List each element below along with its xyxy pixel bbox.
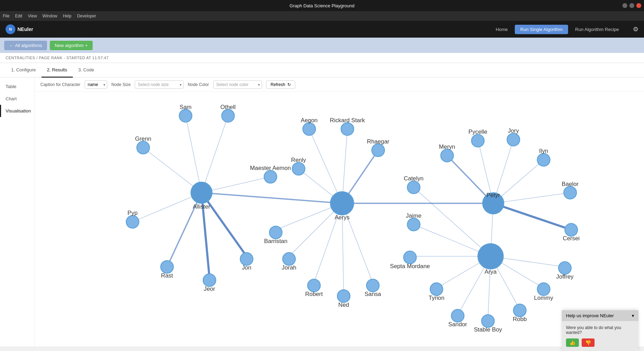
help-panel: Help us improve NEuler ▾ Were you able t… <box>562 310 638 346</box>
node-jon[interactable]: Jon <box>240 252 253 271</box>
svg-point-68 <box>482 315 495 328</box>
node-catelyn[interactable]: Catelyn <box>404 175 424 194</box>
nav-home[interactable]: Home <box>490 25 513 34</box>
sidebar-item-table[interactable]: Table <box>0 80 34 93</box>
title-bar: Graph Data Science Playground <box>0 0 644 11</box>
minimize-button[interactable] <box>622 3 627 8</box>
svg-point-8 <box>126 216 139 228</box>
svg-point-60 <box>565 224 578 236</box>
caption-label: Caption for Character <box>40 82 80 87</box>
svg-point-50 <box>441 149 453 162</box>
svg-point-52 <box>472 134 484 147</box>
tab-code[interactable]: 3. Code <box>73 63 100 78</box>
help-header[interactable]: Help us improve NEuler ▾ <box>562 310 638 321</box>
node-arya[interactable]: Arya <box>478 244 503 275</box>
node-baelor[interactable]: Baelor <box>562 181 579 199</box>
svg-point-46 <box>483 193 504 214</box>
node-color-select[interactable]: Select node color <box>213 80 262 89</box>
node-allister[interactable]: Allister <box>191 182 212 210</box>
node-robb[interactable]: Robb <box>513 304 527 322</box>
node-grenn[interactable]: Grenn <box>135 135 152 154</box>
node-pycelle[interactable]: Pycelle <box>468 128 487 147</box>
window-controls <box>622 3 641 8</box>
all-algorithms-button[interactable]: ← All algorithms <box>4 41 47 50</box>
right-panel: Caption for Character name Node Size Sel… <box>35 78 644 346</box>
breadcrumb: CENTRALITIES / PAGE RANK - STARTED AT 11… <box>0 53 644 63</box>
node-lommy[interactable]: Lommy <box>534 283 553 301</box>
menu-view[interactable]: View <box>28 14 37 18</box>
svg-point-42 <box>404 251 417 264</box>
node-sansa[interactable]: Sansa <box>365 279 381 298</box>
node-pyp[interactable]: Pyp <box>126 210 139 228</box>
sidebar-item-chart[interactable]: Chart <box>0 93 34 105</box>
node-barristan[interactable]: Barristan <box>264 226 287 244</box>
edge-arya-catelyn <box>414 187 491 256</box>
settings-icon[interactable]: ⚙ <box>633 25 638 33</box>
nav-run-single[interactable]: Run Single Algorithm <box>515 25 568 34</box>
node-ned[interactable]: Ned <box>337 290 350 308</box>
svg-point-38 <box>407 181 420 194</box>
edge-aerys-sansa <box>342 203 373 283</box>
sidebar-item-visualisation[interactable]: Visualisation <box>0 105 34 117</box>
node-rickard-stark[interactable]: Rickard Stark <box>330 117 365 135</box>
node-sandor[interactable]: Sandor <box>448 309 467 328</box>
main-content: Table Chart Visualisation Caption for Ch… <box>0 78 644 346</box>
node-joffrey[interactable]: Joffrey <box>556 262 574 280</box>
node-rhaegar[interactable]: Rhaegar <box>367 138 390 157</box>
node-size-label: Node Size <box>111 82 131 87</box>
node-ilyn[interactable]: Ilyn <box>537 148 550 166</box>
node-jaime[interactable]: Jaime <box>406 212 421 231</box>
node-sam[interactable]: Sam <box>179 104 192 122</box>
tab-results[interactable]: 2. Results <box>41 63 73 78</box>
svg-point-58 <box>564 186 577 199</box>
node-maester-aemon[interactable]: Maester Aemon <box>250 165 291 183</box>
new-algorithm-button[interactable]: New algorithm + <box>50 41 93 50</box>
edge-allister-jon <box>202 193 247 256</box>
node-meryn[interactable]: Meryn <box>439 143 455 162</box>
node-jory[interactable]: Jory <box>507 127 520 146</box>
node-renly[interactable]: Renly <box>291 157 306 175</box>
node-othell[interactable]: Othell <box>220 104 236 122</box>
node-color-label: Node Color <box>188 82 209 87</box>
node-aegon[interactable]: Aegon <box>301 117 317 135</box>
svg-point-62 <box>558 262 571 274</box>
svg-point-10 <box>161 260 173 273</box>
nav-run-recipe[interactable]: Run Algorithm Recipe <box>569 25 624 34</box>
menu-developer[interactable]: Developer <box>77 14 96 18</box>
caption-select[interactable]: name <box>85 80 107 89</box>
toolbar: Caption for Character name Node Size Sel… <box>35 78 644 92</box>
svg-point-70 <box>451 309 464 322</box>
node-robert[interactable]: Robert <box>305 279 323 298</box>
thumbs-up-button[interactable]: 👍 <box>566 338 579 346</box>
node-size-select[interactable]: Select node size <box>135 80 184 89</box>
svg-point-22 <box>292 163 305 176</box>
node-septa-mordane[interactable]: Septa Mordane <box>390 251 430 270</box>
menu-edit[interactable]: Edit <box>15 14 22 18</box>
menu-window[interactable]: Window <box>42 14 57 18</box>
tab-configure[interactable]: 1. Configure <box>6 63 41 78</box>
svg-point-48 <box>478 244 503 269</box>
close-button[interactable] <box>636 3 641 8</box>
node-tyrion[interactable]: Tyrion <box>428 283 444 301</box>
svg-point-36 <box>372 144 385 157</box>
sidebar: Table Chart Visualisation <box>0 78 35 346</box>
node-cersei[interactable]: Cersei <box>563 224 580 242</box>
node-jorah[interactable]: Jorah <box>282 252 296 271</box>
feedback-row: 👍 👎 <box>566 338 634 346</box>
node-jeor[interactable]: Jeor <box>203 274 216 292</box>
content-tabs: 1. Configure 2. Results 3. Code <box>0 63 644 78</box>
menu-help[interactable]: Help <box>63 14 72 18</box>
maximize-button[interactable] <box>629 3 634 8</box>
menu-file[interactable]: File <box>3 14 9 18</box>
chevron-down-icon: ▾ <box>632 313 634 318</box>
nav-tabs: Home Run Single Algorithm Run Algorithm … <box>490 25 624 34</box>
thumbs-down-button[interactable]: 👎 <box>582 338 595 346</box>
svg-point-20 <box>303 123 316 135</box>
back-arrow-icon: ← <box>9 43 14 48</box>
node-stable-boy[interactable]: Stable Boy <box>474 315 502 333</box>
node-rast[interactable]: Rast <box>161 260 173 279</box>
edge-allister-pyp <box>133 193 202 222</box>
refresh-button[interactable]: Refresh ↻ <box>266 80 295 89</box>
edge-aerys-ned <box>342 203 344 294</box>
caption-select-wrapper: name <box>85 80 107 89</box>
